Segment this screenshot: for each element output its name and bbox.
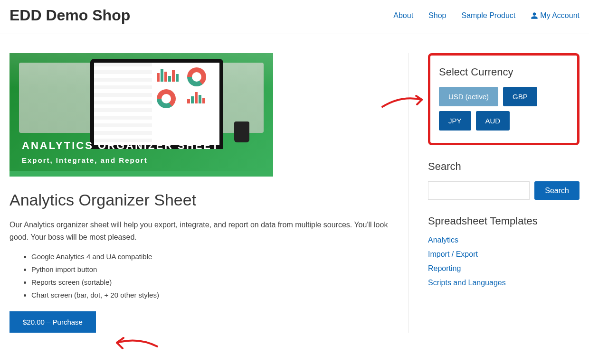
search-button[interactable]: Search bbox=[534, 181, 580, 200]
nav-my-account-label: My Account bbox=[540, 11, 580, 20]
feature-item: Google Analytics 4 and UA compatible bbox=[31, 252, 390, 261]
search-input[interactable] bbox=[428, 181, 530, 200]
templates-list: Analytics Import / Export Reporting Scri… bbox=[428, 236, 580, 287]
template-link-scripts[interactable]: Scripts and Languages bbox=[428, 279, 506, 287]
currency-options: USD (active) GBP JPY AUD bbox=[439, 87, 569, 131]
product-description: Our Analytics organizer sheet will help … bbox=[10, 219, 390, 243]
template-link-import-export[interactable]: Import / Export bbox=[428, 250, 478, 258]
currency-usd-button[interactable]: USD (active) bbox=[439, 87, 498, 106]
site-header: EDD Demo Shop About Shop Sample Product … bbox=[0, 0, 589, 34]
templates-widget: Spreadsheet Templates Analytics Import /… bbox=[428, 215, 580, 287]
product-title: Analytics Organizer Sheet bbox=[10, 191, 390, 209]
sidebar: Select Currency USD (active) GBP JPY AUD… bbox=[408, 53, 580, 333]
nav-shop[interactable]: Shop bbox=[428, 11, 446, 20]
hero-subtitle: Export, Integrate, and Report bbox=[22, 156, 148, 164]
currency-widget: Select Currency USD (active) GBP JPY AUD bbox=[428, 53, 580, 145]
currency-gbp-button[interactable]: GBP bbox=[503, 87, 537, 106]
templates-heading: Spreadsheet Templates bbox=[428, 215, 580, 227]
laptop-icon bbox=[90, 59, 223, 149]
user-icon bbox=[531, 12, 538, 19]
primary-nav: About Shop Sample Product My Account bbox=[393, 11, 580, 20]
hero-title: ANALYTICS ORGANIZER SHEET bbox=[22, 140, 219, 152]
template-link-reporting[interactable]: Reporting bbox=[428, 264, 461, 272]
template-link-analytics[interactable]: Analytics bbox=[428, 236, 458, 244]
currency-jpy-button[interactable]: JPY bbox=[439, 111, 471, 131]
currency-aud-button[interactable]: AUD bbox=[476, 111, 510, 131]
search-widget: Search Search bbox=[428, 160, 580, 200]
feature-item: Reports screen (sortable) bbox=[31, 278, 390, 286]
nav-my-account[interactable]: My Account bbox=[531, 11, 580, 20]
feature-list: Google Analytics 4 and UA compatible Pyt… bbox=[10, 252, 390, 299]
currency-heading: Select Currency bbox=[439, 66, 569, 78]
purchase-button[interactable]: $20.00 – Purchase bbox=[10, 311, 96, 333]
feature-item: Python import button bbox=[31, 265, 390, 273]
annotation-arrow-icon bbox=[112, 332, 160, 353]
search-heading: Search bbox=[428, 160, 580, 173]
product-hero-image: ANALYTICS ORGANIZER SHEET Export, Integr… bbox=[10, 53, 273, 177]
main-content: ANALYTICS ORGANIZER SHEET Export, Integr… bbox=[10, 53, 390, 333]
site-title[interactable]: EDD Demo Shop bbox=[10, 7, 130, 24]
nav-about[interactable]: About bbox=[393, 11, 413, 20]
nav-sample-product[interactable]: Sample Product bbox=[461, 11, 515, 20]
feature-item: Chart screen (bar, dot, + 20 other style… bbox=[31, 291, 390, 299]
